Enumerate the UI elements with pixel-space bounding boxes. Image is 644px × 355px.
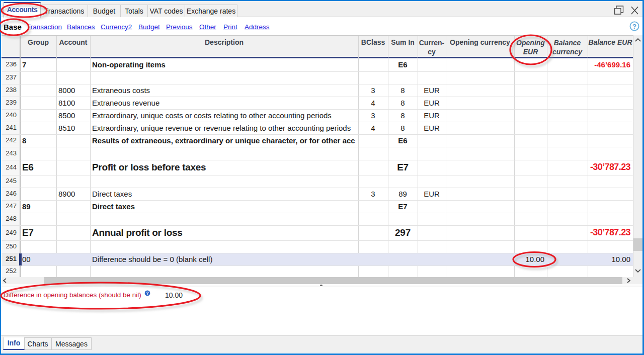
- svg-text:?: ?: [146, 291, 148, 296]
- svg-text:?: ?: [632, 23, 636, 30]
